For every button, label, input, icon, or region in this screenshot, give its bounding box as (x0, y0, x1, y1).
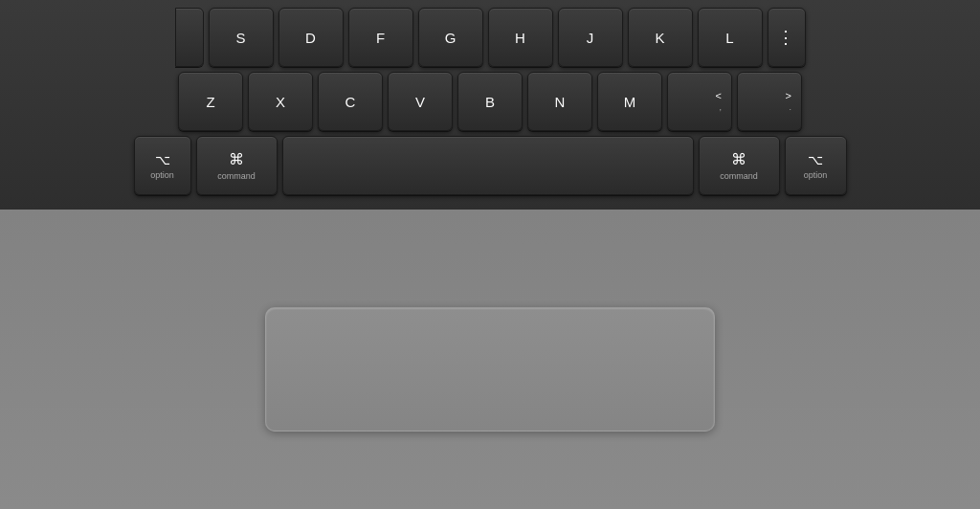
key-h[interactable]: H (488, 8, 553, 67)
key-c[interactable]: C (318, 72, 383, 131)
key-n[interactable]: N (527, 72, 592, 131)
key-row-3: ⌥ option ⌘ command ⌘ command (0, 136, 980, 195)
key-comma[interactable]: < , (667, 72, 732, 131)
trackpad-container (0, 210, 980, 509)
partial-key-left[interactable] (175, 8, 204, 67)
key-j[interactable]: J (558, 8, 623, 67)
key-k[interactable]: K (628, 8, 693, 67)
key-option-right[interactable]: ⌥ option (785, 136, 847, 195)
key-x[interactable]: X (248, 72, 313, 131)
key-row-2: Z X C V B N M < , (0, 72, 980, 131)
key-s[interactable]: S (209, 8, 274, 67)
key-row-1: S D F G H J K L (0, 8, 980, 67)
key-b[interactable]: B (457, 72, 523, 131)
key-dots[interactable]: ⋮ (768, 8, 806, 67)
key-l[interactable]: L (698, 8, 763, 67)
key-command-left[interactable]: ⌘ command (196, 136, 278, 195)
key-spacebar[interactable] (282, 136, 694, 195)
trackpad[interactable] (265, 307, 715, 432)
keyboard-area: S D F G H J K L (0, 0, 980, 210)
key-command-right[interactable]: ⌘ command (699, 136, 780, 195)
laptop-body: S D F G H J K L (0, 0, 980, 509)
key-z[interactable]: Z (178, 72, 243, 131)
key-m[interactable]: M (597, 72, 662, 131)
key-f[interactable]: F (348, 8, 413, 67)
key-option-left[interactable]: ⌥ option (134, 136, 191, 195)
key-period[interactable]: > . (737, 72, 802, 131)
key-g[interactable]: G (418, 8, 483, 67)
key-v[interactable]: V (388, 72, 453, 131)
key-d[interactable]: D (278, 8, 344, 67)
